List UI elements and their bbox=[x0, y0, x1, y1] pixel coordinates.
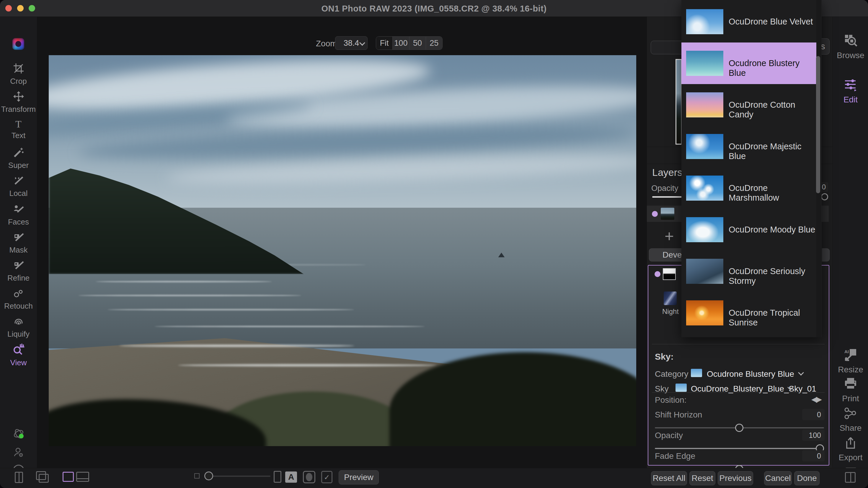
module-share[interactable]: Share bbox=[833, 406, 868, 433]
module-browse[interactable]: Browse bbox=[833, 33, 868, 60]
sky-preset-dropdown: OcuDrone Blue Velvet Ocudrone Blustery B… bbox=[681, 0, 822, 337]
opacity-label: Opacity bbox=[655, 431, 683, 440]
text-icon: T bbox=[0, 119, 37, 130]
tool-text[interactable]: T Text bbox=[0, 119, 37, 140]
tab-row-fragment[interactable] bbox=[822, 249, 830, 261]
category-dropdown[interactable]: Category Ocudrone Blustery Blue bbox=[655, 368, 825, 380]
sky-thumbnail bbox=[686, 92, 723, 118]
layer-thumbnail bbox=[661, 208, 674, 220]
preview-button[interactable]: Preview bbox=[339, 470, 379, 484]
fade-edge-value[interactable]: 0 bbox=[802, 450, 825, 461]
opacity-track[interactable] bbox=[655, 448, 824, 449]
tool-transform[interactable]: Transform bbox=[0, 91, 37, 114]
sky-section-label: Sky: bbox=[655, 352, 674, 362]
crop-icon bbox=[0, 63, 37, 75]
fingerprint-icon bbox=[0, 316, 37, 328]
detail-view-icon[interactable] bbox=[63, 472, 74, 482]
position-label: Position: bbox=[655, 395, 686, 405]
tool-mask[interactable]: Mask bbox=[0, 231, 37, 255]
zoom-fit-button[interactable]: Fit bbox=[376, 37, 393, 50]
retouch-icon bbox=[0, 287, 37, 300]
shift-horizon-value[interactable]: 0 bbox=[802, 409, 825, 420]
photo-canvas[interactable] bbox=[49, 55, 636, 446]
tool-retouch[interactable]: Retouch bbox=[0, 287, 37, 311]
soft-proof-icon[interactable]: ✓ bbox=[321, 471, 333, 483]
sky-dropdown-control[interactable]: Sky OcuDrone_Blustery_Blue_Sky_01 bbox=[655, 383, 825, 395]
mask-view-icon[interactable]: A bbox=[285, 471, 297, 483]
brush-adjust-icon bbox=[0, 175, 37, 188]
sky-thumbnail bbox=[676, 384, 687, 392]
filter-mask-thumbnail[interactable] bbox=[663, 268, 676, 280]
dropdown-item[interactable]: OcuDrone Blue Velvet bbox=[681, 1, 817, 42]
add-layer-button[interactable]: + bbox=[664, 227, 674, 245]
tool-faces[interactable]: Faces bbox=[0, 203, 37, 227]
zoom-25-button[interactable]: 25 bbox=[426, 37, 442, 50]
module-toolbar: Browse Edit AI Resize Print Share Export bbox=[833, 17, 868, 488]
dropdown-scrollbar-thumb[interactable] bbox=[816, 56, 820, 193]
cancel-button[interactable]: Cancel bbox=[764, 471, 792, 485]
compare-arrows-icon[interactable]: ◀▶ bbox=[811, 395, 821, 404]
module-print[interactable]: Print bbox=[833, 376, 868, 403]
zoom-label: Zoom bbox=[316, 39, 337, 48]
print-icon bbox=[833, 376, 868, 392]
dropdown-item[interactable]: OcuDrone Seriously Stormy bbox=[681, 251, 817, 292]
filter-visibility-dot[interactable] bbox=[655, 271, 660, 277]
category-value: Ocudrone Blustery Blue bbox=[707, 369, 794, 379]
tool-local[interactable]: Local bbox=[0, 175, 37, 198]
sky-thumbnail bbox=[686, 9, 723, 34]
thumbnail-size-knob[interactable] bbox=[204, 471, 213, 480]
dropdown-item[interactable]: OcuDrone Moody Blue bbox=[681, 209, 817, 251]
category-label: Category bbox=[655, 369, 688, 379]
photo-sky bbox=[49, 55, 636, 212]
nav-preview-thumbnail bbox=[676, 59, 682, 144]
sky-thumbnail bbox=[686, 51, 723, 76]
mask-overlay-icon[interactable] bbox=[303, 471, 315, 483]
share-icon bbox=[833, 406, 868, 422]
magic-wand-icon bbox=[0, 147, 37, 160]
tool-view[interactable]: View bbox=[0, 343, 37, 367]
preset-night-thumbnail[interactable] bbox=[664, 292, 677, 305]
layer-visibility-dot[interactable] bbox=[652, 211, 658, 217]
module-resize[interactable]: AI Resize bbox=[833, 347, 868, 375]
done-button[interactable]: Done bbox=[794, 471, 819, 485]
mask-brush-icon bbox=[0, 231, 37, 244]
transform-icon bbox=[0, 91, 37, 103]
compare-view-icon[interactable] bbox=[36, 471, 46, 480]
dropdown-item[interactable]: OcuDrone Marshmallow bbox=[681, 167, 817, 209]
refine-brush-icon bbox=[0, 259, 37, 272]
left-toolbar: Crop Transform T Text Super Local Faces bbox=[0, 17, 37, 468]
dropdown-scrollbar-track[interactable] bbox=[816, 0, 821, 337]
chevron-down-icon bbox=[798, 370, 804, 376]
tool-super-select[interactable]: Super bbox=[0, 147, 37, 170]
sky-thumbnail bbox=[686, 259, 723, 284]
opacity-value[interactable]: 100 bbox=[802, 430, 825, 441]
thumbnail-size-min-icon bbox=[194, 473, 199, 479]
thumbnail-size-slider[interactable] bbox=[208, 476, 271, 477]
reset-all-button[interactable]: Reset All bbox=[651, 471, 687, 485]
dropdown-item[interactable]: OcuDrone Cotton Candy bbox=[681, 84, 817, 126]
sky-thumbnail bbox=[686, 217, 723, 242]
previous-button[interactable]: Previous bbox=[718, 471, 753, 485]
compare-before-icon[interactable] bbox=[274, 471, 281, 483]
account-settings-icon[interactable] bbox=[12, 446, 25, 460]
sky-thumbnail bbox=[686, 175, 723, 201]
single-view-icon[interactable] bbox=[15, 472, 23, 483]
module-export[interactable]: Export bbox=[833, 435, 868, 462]
tool-crop[interactable]: Crop bbox=[0, 63, 37, 86]
zoom-100-button[interactable]: 100 bbox=[393, 37, 409, 50]
reset-button[interactable]: Reset bbox=[689, 471, 715, 485]
dropdown-item[interactable]: OcuDrone Tropical Sunrise bbox=[681, 292, 817, 334]
dropdown-item-selected[interactable]: Ocudrone Blustery Blue bbox=[681, 42, 817, 84]
module-edit[interactable]: Edit bbox=[833, 77, 868, 104]
zoom-value-dropdown[interactable]: 38.4 bbox=[335, 36, 368, 50]
dropdown-item[interactable]: OcuDrone Majestic Blue bbox=[681, 126, 817, 167]
sky-thumbnail bbox=[686, 134, 723, 159]
filmstrip-view-icon[interactable] bbox=[76, 472, 89, 482]
tool-refine[interactable]: Refine bbox=[0, 259, 37, 283]
panel-layout-icon[interactable] bbox=[845, 472, 856, 483]
tool-liquify[interactable]: Liquify bbox=[0, 316, 37, 339]
sync-status-icon[interactable] bbox=[12, 427, 25, 442]
zoom-50-button[interactable]: 50 bbox=[409, 37, 426, 50]
resize-icon: AI bbox=[833, 347, 868, 363]
layers-opacity-reset-icon[interactable] bbox=[821, 193, 828, 200]
